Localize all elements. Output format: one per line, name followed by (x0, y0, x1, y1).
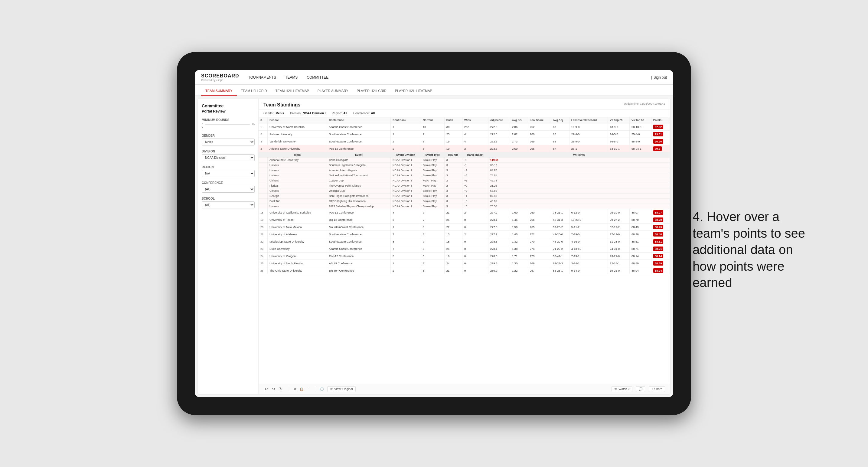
rank-cell: 26 (258, 267, 267, 274)
conference-cell: Big 12 Conference (327, 216, 391, 223)
feedback-btn[interactable]: 💬 (636, 386, 645, 392)
conference-select[interactable]: (All) (202, 186, 255, 193)
no-tour-cell: 9 (421, 131, 444, 138)
subnav-team-h2h-heatmap[interactable]: TEAM H2H HEATMAP (271, 87, 313, 96)
table-area: # School Conference Conf Rank No Tour Rn… (258, 117, 670, 384)
settings-icon[interactable]: ⋯ (307, 387, 310, 391)
redo-icon[interactable]: ↪ (271, 386, 277, 392)
exp-team: East Tuc (267, 199, 327, 204)
wins-cell: 0 (462, 260, 489, 267)
points-cell[interactable]: 88.94 (651, 267, 670, 274)
subnav-player-h2h-heatmap[interactable]: PLAYER H2H HEATMAP (391, 87, 436, 96)
no-tour-cell: 7 (421, 209, 444, 216)
exp-event-div: NCAA Division I (391, 163, 421, 168)
points-cell[interactable]: 88.07 (651, 209, 670, 216)
min-rounds-slider[interactable] (205, 124, 250, 125)
table-row[interactable]: 1 University of North Carolina Atlantic … (258, 123, 670, 131)
low-score-cell: 260 (528, 209, 551, 216)
exp-event: Cabo Collegiate (327, 158, 391, 163)
exp-th-team: Team (267, 152, 327, 158)
subnav-team-h2h-grid[interactable]: TEAM H2H GRID (237, 87, 271, 96)
low-overall-cell: 7-19-1 (569, 253, 608, 260)
conference-cell: Southeastern Conference (327, 238, 391, 245)
main-panel: Team Standings Update time: 13/03/2024 1… (258, 99, 670, 394)
table-row[interactable]: 23 Duke University Atlantic Coast Confer… (258, 245, 670, 253)
conf-rank-cell: 1 (391, 123, 421, 131)
points-cell[interactable]: 93.31 (651, 131, 670, 138)
school-cell: University of California, Berkeley (267, 209, 327, 216)
low-overall-cell: 5-11-2 (569, 223, 608, 231)
adj-score-cell: 278.6 (488, 238, 510, 245)
gender-select[interactable]: Men's Women's (202, 138, 255, 146)
points-cell[interactable]: 79.5 (651, 145, 670, 152)
vs-top25-cell: 29-27-2 (608, 216, 630, 223)
undo-icon[interactable]: ↩ (264, 386, 270, 392)
rnds-cell: 13 (444, 231, 462, 238)
nav-tournaments[interactable]: TOURNAMENTS (248, 71, 276, 84)
points-cell[interactable]: 88.14 (651, 253, 670, 260)
table-row[interactable]: 18 University of California, Berkeley Pa… (258, 209, 670, 216)
points-cell[interactable]: 88.71 (651, 245, 670, 253)
points-cell[interactable]: 88.49 (651, 223, 670, 231)
low-score-cell: 272 (528, 231, 551, 238)
points-cell[interactable]: 88.70 (651, 216, 670, 223)
th-rank: # (258, 117, 267, 123)
table-row[interactable]: 25 University of North Florida ASUN Conf… (258, 260, 670, 267)
avg-sg-cell: 2.50 (510, 145, 528, 152)
report-header: Team Standings Update time: 13/03/2024 1… (258, 99, 670, 110)
subnav-player-h2h-grid[interactable]: PLAYER H2H GRID (353, 87, 391, 96)
rank-cell: 24 (258, 253, 267, 260)
points-cell[interactable]: 88.48 (651, 231, 670, 238)
table-row[interactable]: 22 Mississippi State University Southeas… (258, 238, 670, 245)
table-row[interactable]: 2 Auburn University Southeastern Confere… (258, 131, 670, 138)
sidebar-label-school: School (202, 197, 255, 200)
low-overall-cell: 13-23-2 (569, 216, 608, 223)
school-cell: University of North Carolina (267, 123, 327, 131)
watch-btn[interactable]: 👁 Watch ▾ (612, 386, 632, 392)
exp-rank-impact: +0 (462, 188, 489, 194)
points-cell[interactable]: 88.61 (651, 238, 670, 245)
exp-event: National Invitational Tournament (327, 173, 391, 178)
subnav-player-summary[interactable]: PLAYER SUMMARY (313, 87, 353, 96)
wins-cell: 262 (462, 123, 489, 131)
table-row[interactable]: 24 University of Oregon Pac-12 Conferenc… (258, 253, 670, 260)
region-select[interactable]: N/A East West (202, 170, 255, 177)
table-row-highlighted[interactable]: 4 Arizona State University Pac-12 Confer… (258, 145, 670, 152)
nav-teams[interactable]: TEAMS (285, 71, 298, 84)
points-cell[interactable]: 97.02 (651, 123, 670, 131)
paste-icon[interactable]: 📋 (300, 387, 303, 391)
conf-rank-cell: 5 (391, 253, 421, 260)
vs-top25-cell: 86-5-0 (608, 138, 630, 145)
table-row[interactable]: 20 University of New Mexico Mountain Wes… (258, 223, 670, 231)
share-btn[interactable]: ⤴ Share (649, 386, 665, 392)
points-cell[interactable]: 90.20 (651, 138, 670, 145)
exp-team: Univers (267, 163, 327, 168)
sidebar-label-division: Division (202, 150, 255, 153)
view-original-btn[interactable]: 👁 View: Original (327, 386, 356, 392)
slider-container: 0 10 (202, 123, 255, 126)
rnds-cell: 16 (444, 253, 462, 260)
exp-w-points: 78.30 (488, 204, 670, 209)
vs-top25-cell: 23-21-0 (608, 253, 630, 260)
refresh-icon[interactable]: ↻ (278, 386, 284, 392)
table-row[interactable]: 19 University of Texas Big 12 Conference… (258, 216, 670, 223)
vs-top25-cell: 12-18-1 (608, 260, 630, 267)
toolbar-nav: ↩ ↪ ↻ (264, 386, 284, 392)
exp-rank-impact: +1 (462, 178, 489, 183)
adj-score-cell: 277.2 (488, 209, 510, 216)
nav-committee[interactable]: COMMITTEE (307, 71, 329, 84)
subnav-team-summary[interactable]: TEAM SUMMARY (201, 87, 237, 96)
school-select[interactable]: (All) (202, 201, 255, 208)
copy-icon[interactable]: ⧉ (294, 387, 296, 391)
table-row[interactable]: 26 The Ohio State University Big Ten Con… (258, 267, 670, 274)
sign-out-link[interactable]: Sign out (654, 75, 667, 80)
sidebar-title: Committee (202, 103, 255, 108)
table-row[interactable]: 21 University of Alabama Southeastern Co… (258, 231, 670, 238)
exp-event-type: Match Play (421, 183, 444, 188)
table-row[interactable]: 3 Vanderbilt University Southeastern Con… (258, 138, 670, 145)
exp-rank-impact: -1 (462, 158, 489, 163)
division-select[interactable]: NCAA Division I NCAA Division II NCAA Di… (202, 154, 255, 161)
exp-event-div: NCAA Division I (391, 168, 421, 173)
points-cell[interactable]: 88.89 (651, 260, 670, 267)
wins-cell: 0 (462, 223, 489, 231)
